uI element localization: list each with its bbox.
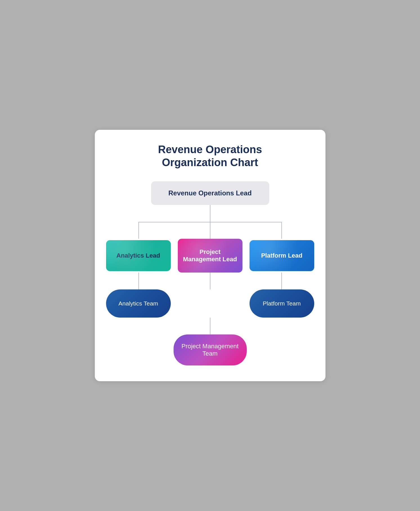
org-chart-card: Revenue OperationsOrganization Chart Rev… xyxy=(95,130,325,381)
org-chart: Revenue Operations Lead Analytics Lead P… xyxy=(106,181,314,365)
node-platform-team: Platform Team xyxy=(250,289,314,318)
vline-right-row2 xyxy=(281,222,282,239)
connector-top-to-row2 xyxy=(151,205,269,222)
vline-center-row2 xyxy=(210,222,210,239)
row2-wrapper xyxy=(106,222,314,239)
node-analytics-lead: Analytics Lead xyxy=(106,240,171,271)
node-revenue-ops-lead: Revenue Operations Lead xyxy=(151,181,269,205)
node-pm-team: Project Management Team xyxy=(174,334,247,365)
vline-right-row3 xyxy=(281,273,282,289)
vline-center-row3 xyxy=(210,273,210,289)
row3-nodes: Analytics Team Platform Team xyxy=(106,289,314,318)
chart-title: Revenue OperationsOrganization Chart xyxy=(106,143,314,169)
node-platform-lead: Platform Lead xyxy=(250,240,314,271)
vline-left-row2 xyxy=(138,222,139,239)
connector-pm-to-team xyxy=(106,318,314,334)
node-pm-lead: Project Management Lead xyxy=(178,239,242,273)
vline-left-row3 xyxy=(138,273,139,289)
vline-pm-team xyxy=(210,318,210,334)
connector-row2-to-row3 xyxy=(106,273,314,289)
node-analytics-team: Analytics Team xyxy=(106,289,171,318)
row2-nodes: Analytics Lead Project Management Lead P… xyxy=(106,239,314,273)
